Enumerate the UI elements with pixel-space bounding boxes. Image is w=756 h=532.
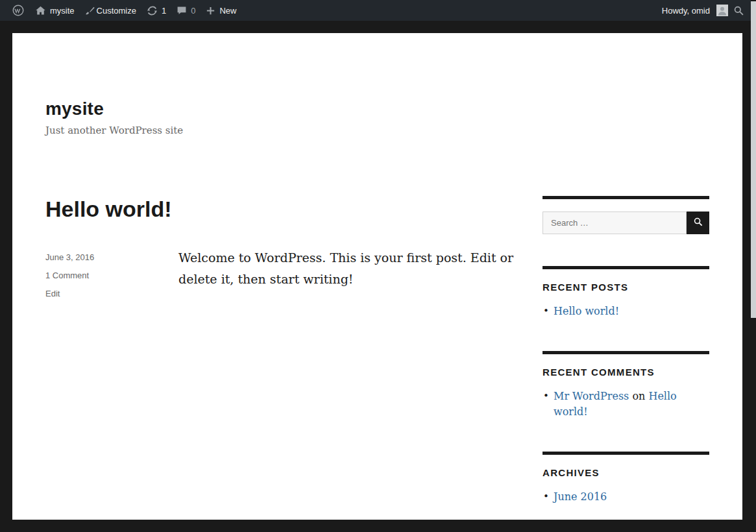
recent-posts-widget: RECENT POSTS Hello world! <box>543 266 709 319</box>
admin-bar: mysite Customize 1 <box>0 0 751 21</box>
site-menu-label: mysite <box>50 6 75 16</box>
post-paragraph: Welcome to WordPress. This is your first… <box>178 247 514 289</box>
post-content: Welcome to WordPress. This is your first… <box>178 247 514 307</box>
site-header: mysite Just another WordPress site <box>45 98 709 136</box>
archives-list: June 2016 <box>543 489 709 505</box>
post-edit-link[interactable]: Edit <box>45 289 178 298</box>
content-column: Hello world! June 3, 2016 1 Comment Edit… <box>45 196 514 532</box>
list-item: Mr WordPress on Hello world! <box>543 389 709 420</box>
comment-connector: on <box>632 390 645 402</box>
customize-menu-label-wrap[interactable]: Customize <box>97 0 141 21</box>
recent-posts-list: Hello world! <box>543 304 709 319</box>
plus-icon <box>206 6 215 16</box>
search-submit-button[interactable] <box>687 212 709 234</box>
list-item: June 2016 <box>543 489 709 505</box>
list-item: Hello world! <box>543 304 709 319</box>
wordpress-logo-menu[interactable] <box>6 0 30 21</box>
admin-bar-left: mysite Customize 1 <box>6 0 241 21</box>
recent-comments-list: Mr WordPress on Hello world! <box>543 389 709 420</box>
main-area: Hello world! June 3, 2016 1 Comment Edit… <box>45 196 709 532</box>
customize-menu-label: Customize <box>97 6 136 16</box>
admin-bar-right: Howdy, omid <box>661 0 744 21</box>
post-date-link[interactable]: June 3, 2016 <box>45 252 178 262</box>
recent-comments-widget: RECENT COMMENTS Mr WordPress on Hello wo… <box>543 351 709 420</box>
post-title-link[interactable]: Hello world! <box>45 196 514 223</box>
updates-count: 1 <box>162 6 166 16</box>
scrollbar-track[interactable] <box>751 0 756 532</box>
comments-menu[interactable]: 0 <box>171 0 201 21</box>
comment-bubble-icon <box>177 5 187 16</box>
recent-comments-title: RECENT COMMENTS <box>543 367 709 378</box>
updates-menu[interactable]: 1 <box>141 0 171 21</box>
comments-count: 0 <box>191 6 195 16</box>
search-icon <box>693 217 703 229</box>
adminbar-search-icon[interactable] <box>733 5 744 16</box>
comment-author-link[interactable]: Mr WordPress <box>554 390 629 402</box>
site-tagline: Just another WordPress site <box>45 125 709 136</box>
howdy-account-menu[interactable]: Howdy, omid <box>661 6 711 16</box>
new-content-menu[interactable]: New <box>201 0 241 21</box>
sidebar: RECENT POSTS Hello world! RECENT COMMENT… <box>543 196 709 532</box>
search-form <box>543 212 709 234</box>
paintbrush-icon <box>85 5 95 16</box>
home-icon <box>35 5 46 16</box>
new-menu-label: New <box>219 6 236 16</box>
wordpress-logo-icon <box>12 4 25 17</box>
archive-month-link[interactable]: June 2016 <box>554 490 607 503</box>
site-page: mysite Just another WordPress site Hello… <box>12 33 742 520</box>
search-input[interactable] <box>543 212 687 234</box>
user-avatar[interactable] <box>716 5 728 16</box>
post-comments-link[interactable]: 1 Comment <box>45 271 178 280</box>
site-menu[interactable]: mysite <box>30 0 80 21</box>
post-article: Hello world! June 3, 2016 1 Comment Edit… <box>45 196 514 308</box>
recent-posts-title: RECENT POSTS <box>543 282 709 293</box>
update-arrows-icon <box>147 5 158 16</box>
search-widget <box>543 196 709 234</box>
scrollbar-thumb[interactable] <box>751 1 756 318</box>
recent-post-link[interactable]: Hello world! <box>554 305 619 317</box>
archives-widget: ARCHIVES June 2016 <box>543 452 709 505</box>
archives-title: ARCHIVES <box>543 467 709 478</box>
site-title-link[interactable]: mysite <box>45 98 709 120</box>
post-meta: June 3, 2016 1 Comment Edit <box>45 250 178 307</box>
